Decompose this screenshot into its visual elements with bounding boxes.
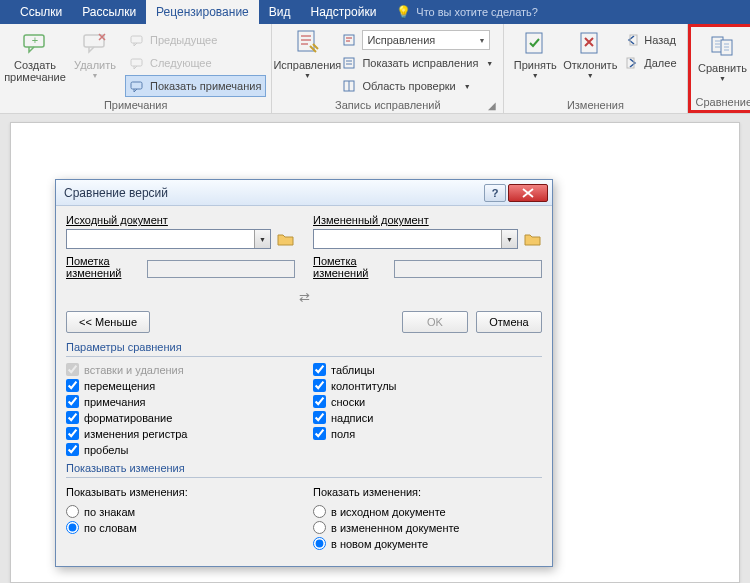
show-comments-button[interactable]: Показать примечания	[125, 75, 266, 97]
group-compare: Сравнить ▼ Сравнение	[688, 24, 750, 113]
dialog-launcher-icon[interactable]: ◢	[488, 100, 496, 111]
opt-headers[interactable]: колонтитулы	[313, 379, 542, 392]
delete-comment-button[interactable]: Удалить ▼	[65, 27, 125, 82]
next-comment-icon	[130, 55, 146, 71]
ribbon-tabs: Ссылки Рассылки Рецензирование Вид Надст…	[0, 0, 750, 24]
opt-tables[interactable]: таблицы	[313, 363, 542, 376]
show-markup-button[interactable]: Показать исправления ▼	[337, 52, 498, 74]
cancel-button[interactable]: Отмена	[476, 311, 542, 333]
prev-comment-button[interactable]: Предыдущее	[125, 29, 266, 51]
chevron-down-icon: ▼	[464, 83, 471, 90]
svg-rect-7	[344, 35, 354, 45]
tell-me[interactable]: 💡 Что вы хотите сделать?	[386, 0, 538, 24]
original-mark-input[interactable]	[147, 260, 295, 278]
reject-label: Отклонить	[563, 59, 617, 71]
next-change-label: Далее	[644, 57, 676, 69]
next-change-button[interactable]: Далее	[619, 52, 681, 74]
prev-comment-label: Предыдущее	[150, 34, 217, 46]
granularity-char[interactable]: по знакам	[66, 505, 295, 518]
opt-footnotes[interactable]: сноски	[313, 395, 542, 408]
next-comment-button[interactable]: Следующее	[125, 52, 266, 74]
prev-change-icon	[624, 32, 640, 48]
swap-button[interactable]: ⇄	[66, 290, 542, 305]
show-comments-icon	[130, 78, 146, 94]
accept-icon	[521, 29, 549, 57]
opt-case[interactable]: изменения регистра	[66, 427, 295, 440]
compare-label: Сравнить	[698, 62, 747, 74]
accept-label: Принять	[514, 59, 557, 71]
location-title: Показать изменения:	[313, 486, 542, 498]
track-changes-icon	[293, 29, 321, 57]
ok-button[interactable]: OK	[402, 311, 468, 333]
less-button[interactable]: << Меньше	[66, 311, 150, 333]
chevron-down-icon: ▼	[532, 72, 539, 80]
compare-options-title: Параметры сравнения	[66, 341, 542, 353]
tab-review[interactable]: Рецензирование	[146, 0, 259, 24]
opt-textboxes[interactable]: надписи	[313, 411, 542, 424]
svg-rect-5	[131, 82, 142, 89]
markup-display-dropdown[interactable]: Исправления ▼	[337, 29, 498, 51]
markup-display-value: Исправления	[367, 34, 435, 46]
track-changes-label: Исправления	[273, 59, 341, 71]
reject-button[interactable]: Отклонить ▼	[561, 27, 619, 82]
prev-comment-icon	[130, 32, 146, 48]
group-compare-label: Сравнение	[696, 96, 750, 109]
compare-button[interactable]: Сравнить ▼	[696, 30, 750, 85]
revised-doc-input[interactable]	[314, 230, 501, 248]
opt-formatting[interactable]: форматирование	[66, 411, 295, 424]
close-button[interactable]	[508, 184, 548, 202]
chevron-down-icon: ▼	[304, 72, 311, 80]
location-new[interactable]: в новом документе	[313, 537, 542, 550]
tab-view[interactable]: Вид	[259, 0, 301, 24]
bulb-icon: 💡	[396, 5, 411, 19]
revised-doc-label: Измененный документ	[313, 214, 429, 226]
granularity-title: Показывать изменения:	[66, 486, 295, 498]
delete-comment-icon	[81, 29, 109, 57]
dialog-titlebar[interactable]: Сравнение версий ?	[56, 180, 552, 206]
tab-addins[interactable]: Надстройки	[301, 0, 387, 24]
tell-me-label: Что вы хотите сделать?	[416, 6, 538, 18]
reject-icon	[576, 29, 604, 57]
opt-fields[interactable]: поля	[313, 427, 542, 440]
new-comment-button[interactable]: + Создать примечание	[5, 27, 65, 85]
tab-mailings[interactable]: Рассылки	[72, 0, 146, 24]
svg-rect-3	[131, 36, 142, 43]
original-doc-combo[interactable]: ▼	[66, 229, 271, 249]
revised-mark-input[interactable]	[394, 260, 542, 278]
next-change-icon	[624, 55, 640, 71]
revised-doc-combo[interactable]: ▼	[313, 229, 518, 249]
group-changes: Принять ▼ Отклонить ▼ Назад Далее Измене…	[504, 24, 687, 113]
browse-original-button[interactable]	[277, 231, 295, 247]
opt-insertions[interactable]: вставки и удаления	[66, 363, 295, 376]
accept-button[interactable]: Принять ▼	[509, 27, 561, 82]
reviewing-pane-label: Область проверки	[362, 80, 455, 92]
svg-rect-4	[131, 59, 142, 66]
svg-text:+: +	[32, 34, 38, 46]
group-comments-label: Примечания	[5, 99, 266, 112]
browse-revised-button[interactable]	[524, 231, 542, 247]
granularity-word[interactable]: по словам	[66, 521, 295, 534]
original-doc-input[interactable]	[67, 230, 254, 248]
opt-whitespace[interactable]: пробелы	[66, 443, 295, 456]
ribbon: + Создать примечание Удалить ▼ Предыдуще…	[0, 24, 750, 114]
group-changes-label: Изменения	[509, 99, 681, 112]
help-button[interactable]: ?	[484, 184, 506, 202]
opt-moves[interactable]: перемещения	[66, 379, 295, 392]
prev-change-label: Назад	[644, 34, 676, 46]
tab-links[interactable]: Ссылки	[10, 0, 72, 24]
track-changes-button[interactable]: Исправления ▼	[277, 27, 337, 82]
revised-mark-label: Пометка изменений	[313, 255, 388, 279]
chevron-down-icon: ▼	[719, 75, 726, 83]
original-doc-label: Исходный документ	[66, 214, 168, 226]
svg-rect-8	[344, 58, 354, 68]
show-comments-label: Показать примечания	[150, 80, 261, 92]
location-revised[interactable]: в измененном документе	[313, 521, 542, 534]
chevron-down-icon[interactable]: ▼	[254, 230, 270, 248]
group-tracking-label: Запись исправлений	[335, 99, 440, 111]
svg-rect-11	[526, 33, 542, 53]
location-original[interactable]: в исходном документе	[313, 505, 542, 518]
reviewing-pane-button[interactable]: Область проверки ▼	[337, 75, 498, 97]
prev-change-button[interactable]: Назад	[619, 29, 681, 51]
opt-comments[interactable]: примечания	[66, 395, 295, 408]
chevron-down-icon[interactable]: ▼	[501, 230, 517, 248]
